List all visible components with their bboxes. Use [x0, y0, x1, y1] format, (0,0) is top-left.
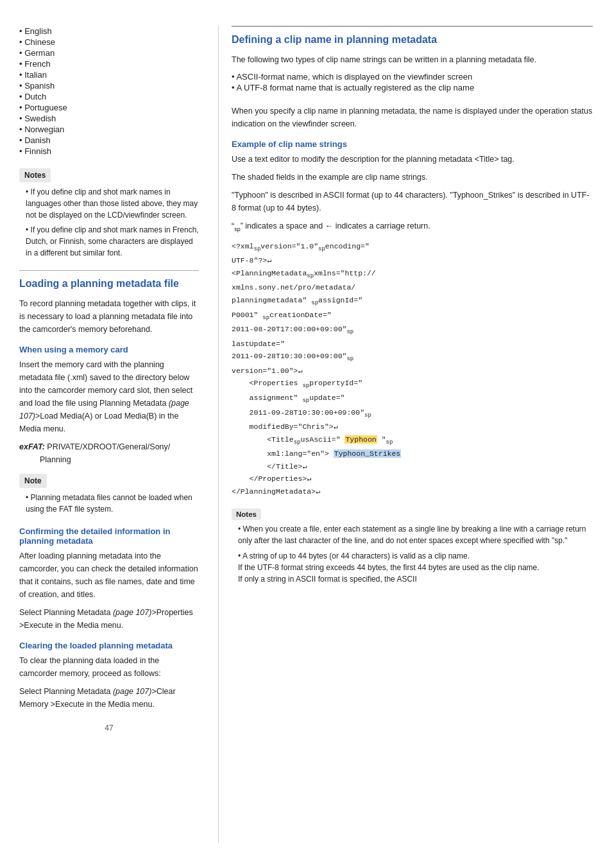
example-text3: "Typhoon" is described in ASCII format (… [232, 189, 593, 214]
language-item: French [19, 58, 199, 69]
right-note-2: A string of up to 44 bytes (or 44 charac… [238, 550, 593, 585]
page-number: 47 [19, 724, 199, 733]
example-text1: Use a text editor to modify the descript… [232, 153, 593, 166]
clearing-text: To clear the planning data loaded in the… [19, 654, 199, 680]
code-line-14: modifiedBy="Chris">↵ [232, 421, 593, 433]
right-top-divider [232, 26, 593, 27]
code-line-10: version="1.00">↵ [232, 365, 593, 378]
code-line-4: xmlns.sony.net/pro/metadata/ [232, 281, 593, 294]
exfat-path: exFAT: PRIVATE/XDROOT/General/Sony/ [19, 440, 199, 453]
example-text2: The shaded fields in the example are cli… [232, 171, 593, 184]
example-title: Example of clip name strings [232, 139, 593, 149]
code-line-16: xml:lang="en"> Typhoon_Strikes [232, 447, 593, 460]
language-item: Portuguese [19, 102, 199, 113]
right-notes-label: Notes [232, 508, 261, 520]
right-body1: The following two types of clip name str… [232, 53, 593, 66]
right-column: Defining a clip name in planning metadat… [218, 26, 593, 842]
note-item: If you define clip and shot mark names i… [26, 186, 199, 221]
right-bullet-item: ASCII-format name, which is displayed on… [232, 71, 593, 82]
language-item: Dutch [19, 91, 199, 102]
exfat-label: exFAT: [19, 442, 45, 451]
code-line-5: planningmetadata" spassignId=" [232, 294, 593, 309]
language-item: Norwegian [19, 124, 199, 135]
language-item: German [19, 48, 199, 58]
when-memory-card-text: Insert the memory card with the planning… [19, 358, 199, 435]
note-section-fat: Note Planning metadata files cannot be l… [19, 474, 199, 515]
path-planning: Planning [19, 453, 199, 466]
right-bullet-item: A UTF-8 format name that is actually reg… [232, 82, 593, 93]
language-item: Danish [19, 135, 199, 146]
loading-body1: To record planning metadata together wit… [19, 297, 199, 336]
code-line-9: 2011-09-28T10:30:00+09:00"sp [232, 350, 593, 365]
note-list-fat: Planning metadata files cannot be loaded… [19, 492, 199, 515]
notes-label: Notes [19, 168, 51, 182]
clearing-title: Clearing the loaded planning metadata [19, 641, 199, 650]
code-line-19: </PlanningMetadata>↵ [232, 485, 593, 498]
code-line-8: lastUpdate=" [232, 338, 593, 351]
code-line-12: assignment" spupdate=" [232, 392, 593, 406]
note-item-fat: Planning metadata files cannot be loaded… [26, 492, 199, 515]
right-note-1: When you create a file, enter each state… [238, 523, 593, 546]
insert-text: Insert the memory card with the planning… [19, 360, 192, 408]
right-notes-section: Notes When you create a file, enter each… [232, 508, 593, 585]
code-line-11: <Properties sppropertyId=" [232, 377, 593, 392]
code-line-2: UTF-8"?>↵ [232, 254, 593, 267]
code-line-3: <PlanningMetadataspxmlns="http:// [232, 267, 593, 282]
clearing-select: Select Planning Metadata (page 107)>Clea… [19, 685, 199, 711]
confirming-select: Select Planning Metadata (page 107)>Prop… [19, 606, 199, 632]
when-memory-card-title: When using a memory card [19, 345, 199, 354]
right-notes-list: When you create a file, enter each state… [232, 523, 593, 585]
note-label-fat: Note [19, 474, 47, 488]
page: EnglishChineseGermanFrenchItalianSpanish… [0, 0, 612, 868]
code-line-17: </Title>↵ [232, 460, 593, 473]
language-item: Swedish [19, 113, 199, 124]
code-line-1: <?xmlspversion="1.0"spencoding=" [232, 240, 593, 255]
language-item: Chinese [19, 37, 199, 48]
confirming-title: Confirming the detailed information in p… [19, 526, 199, 546]
right-section-title: Defining a clip name in planning metadat… [232, 33, 593, 47]
code-line-7: 2011-08-20T17:00:00+09:00"sp [232, 323, 593, 338]
language-item: Spanish [19, 80, 199, 91]
loading-section-title: Loading a planning metadata file [19, 277, 199, 291]
code-line-6: P0001" spcreationDate=" [232, 309, 593, 324]
path-text: PRIVATE/XDROOT/General/Sony/ [47, 442, 170, 451]
language-item: English [19, 26, 199, 37]
code-line-15: <TitlespusAscii=" Typhoon "sp [232, 433, 593, 448]
divider-1 [19, 270, 199, 271]
left-column: EnglishChineseGermanFrenchItalianSpanish… [19, 26, 218, 842]
right-body2: When you specify a clip name in planning… [232, 105, 593, 130]
right-bullets: ASCII-format name, which is displayed on… [232, 71, 593, 93]
language-item: Italian [19, 69, 199, 80]
language-item: Finnish [19, 146, 199, 157]
notes-list: If you define clip and shot mark names i… [19, 186, 199, 259]
languages-list: EnglishChineseGermanFrenchItalianSpanish… [19, 26, 199, 157]
code-line-18: </Properties>↵ [232, 473, 593, 485]
insert-text2: >Load Media(A) or Load Media(B) in the M… [19, 412, 178, 433]
example-text4: “sp” indicates a space and ← indicates a… [232, 220, 593, 234]
code-block: <?xmlspversion="1.0"spencoding=" UTF-8"?… [232, 240, 593, 498]
confirming-text: After loading planning metadata into the… [19, 550, 199, 601]
note-item: If you define clip and shot mark names i… [26, 224, 199, 259]
notes-section: Notes If you define clip and shot mark n… [19, 168, 199, 259]
code-line-13: 2011-09-28T10:30:00+09:00"sp [232, 406, 593, 421]
